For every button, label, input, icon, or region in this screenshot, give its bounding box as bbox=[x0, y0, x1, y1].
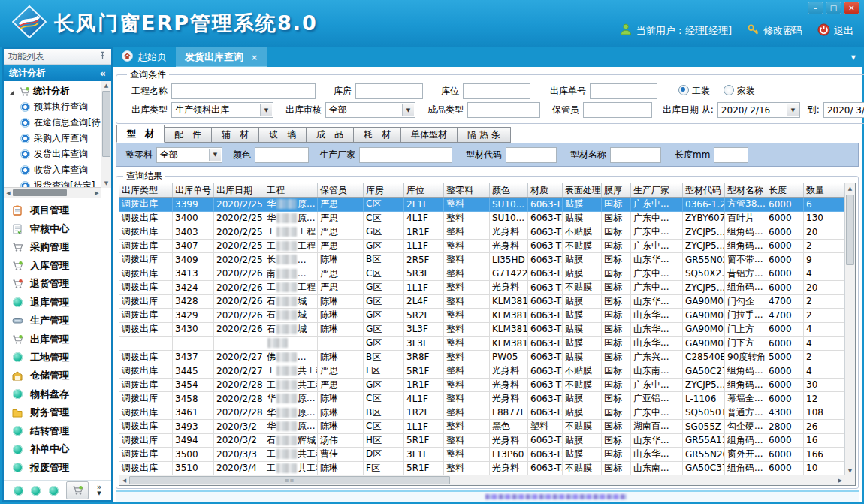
material-tab[interactable]: 隔 热 条 bbox=[458, 127, 511, 143]
table-row[interactable]: 调拨出库35102020/3/4工共工程陈琳F区5R1F整料光身料6063-T5… bbox=[119, 462, 845, 476]
sidebar-item[interactable]: 项目管理 bbox=[11, 203, 108, 218]
tree-vertical-scrollbar[interactable]: ▲ ▼ bbox=[101, 81, 111, 188]
sidebar-item[interactable]: 财务管理 bbox=[11, 405, 108, 420]
tree-item[interactable]: 采购入库查询 bbox=[8, 131, 101, 146]
tree-root[interactable]: 统计分析 bbox=[8, 83, 101, 99]
module-dot-icon[interactable] bbox=[49, 486, 59, 496]
sidebar-item[interactable]: 退货管理 bbox=[11, 276, 108, 291]
column-header-film[interactable]: 膜厚 bbox=[602, 183, 631, 197]
close-button[interactable]: ✕ bbox=[844, 2, 859, 14]
radio-jiazhuang[interactable] bbox=[724, 85, 734, 95]
statistics-section-header[interactable]: 统计分析 « bbox=[4, 65, 111, 81]
table-row[interactable]: 调拨出库34072020/2/25工工程严思G区1L1F整料光身料6063-T5… bbox=[119, 240, 845, 254]
table-row[interactable]: 调拨出库34612020/2/28华原...陈琳B区1R2F整料F8877FT6… bbox=[119, 406, 845, 421]
column-header-maker[interactable]: 生产厂家 bbox=[631, 183, 683, 197]
sidebar-item[interactable]: 补单中心 bbox=[11, 442, 108, 457]
column-header-color[interactable]: 颜色 bbox=[490, 183, 528, 197]
column-header-qty[interactable]: 数量 bbox=[804, 183, 845, 197]
more-modules-button[interactable]: »▼ bbox=[97, 484, 102, 496]
project-name-input[interactable] bbox=[171, 83, 316, 99]
vertical-scroll-thumb[interactable] bbox=[846, 195, 854, 265]
location-input[interactable] bbox=[463, 83, 530, 99]
tree-item[interactable]: 收货入库查询 bbox=[8, 162, 101, 178]
table-row[interactable]: 调拨出库34282020/2/26石城陈琳G区2L4F整料KLM38176063… bbox=[119, 295, 845, 309]
sidebar-item[interactable]: 出库管理 bbox=[11, 332, 108, 347]
out-type-select[interactable]: 生产领料出库▼ bbox=[171, 102, 273, 118]
material-tab[interactable]: 玻 璃 bbox=[259, 127, 307, 143]
scroll-down-icon[interactable]: ▼ bbox=[845, 466, 855, 475]
table-row[interactable]: 调拨出库34092020/2/25长...陈琳B区2R5F整料LI35HD606… bbox=[119, 253, 845, 267]
date-from-select[interactable]: 2020/ 2/16▼ bbox=[717, 102, 800, 118]
column-header-code[interactable]: 型材代码 bbox=[683, 183, 725, 197]
product-type-input[interactable] bbox=[467, 102, 540, 118]
tab-list-dropdown-icon[interactable]: ▼ bbox=[851, 54, 856, 61]
material-tab[interactable]: 单体型材 bbox=[401, 127, 458, 143]
material-tab[interactable]: 耗 材 bbox=[354, 127, 401, 143]
table-row[interactable]: 调拨出库34542020/2/28工共工程严思G区1R1F整料光身料6063-T… bbox=[119, 379, 845, 393]
table-row[interactable]: 调拨出库34932020/3/2华原...陈琳C区1L1F整料黑色塑料不贴膜国标… bbox=[119, 420, 845, 434]
column-header-name[interactable]: 型材名称 bbox=[725, 183, 766, 197]
radio-gongzhuang[interactable] bbox=[678, 85, 689, 95]
column-header-keeper[interactable]: 保管员 bbox=[318, 183, 364, 197]
length-input[interactable] bbox=[714, 147, 748, 163]
table-row[interactable]: 调拨出库34302020/2/26石城陈琳G区3L3F整料KLM38176063… bbox=[119, 323, 845, 337]
profile-name-input[interactable] bbox=[610, 147, 661, 163]
maximize-button[interactable]: □ bbox=[826, 2, 841, 14]
table-row[interactable]: 调拨出库34292020/2/26石城陈琳G区5R2F整料KLM38176063… bbox=[119, 309, 845, 323]
tab-shipping-outbound-query[interactable]: 发货出库查询 × bbox=[176, 47, 267, 67]
column-header-proj[interactable]: 工程 bbox=[264, 183, 318, 197]
grid-horizontal-scrollbar[interactable]: ◀ ≡≡ ▶ bbox=[119, 475, 845, 485]
column-header-whole[interactable]: 整零料 bbox=[444, 183, 490, 197]
scroll-left-icon[interactable]: ◀ bbox=[119, 478, 129, 484]
table-row[interactable]: 调拨出库34452020/2/27工共工程严思F区5R1F整料光身料6063-T… bbox=[119, 364, 845, 379]
scroll-right-icon[interactable]: ▶ bbox=[92, 190, 101, 196]
material-tab[interactable]: 成 品 bbox=[307, 127, 354, 143]
table-row[interactable]: 调拨出库34242020/2/26工工程严思G区1L1F整料光身料6063-T5… bbox=[119, 281, 845, 295]
sidebar-item[interactable]: 结转管理 bbox=[11, 424, 108, 439]
whole-piece-select[interactable]: 全部▼ bbox=[156, 147, 222, 163]
audit-select[interactable]: 全部▼ bbox=[325, 102, 415, 118]
column-header-type[interactable]: 出库类型 bbox=[119, 183, 173, 197]
table-row[interactable]: 调拨出库34372020/2/27佛...陈琳B区3R8F整料PW056063-… bbox=[119, 351, 845, 365]
pin-icon[interactable] bbox=[98, 51, 107, 62]
table-row[interactable]: 调拨出库34582020/2/28华原...陈琳C区4L1F整料光身料6063-… bbox=[119, 392, 845, 406]
sidebar-item[interactable]: 生产管理 bbox=[11, 313, 108, 328]
profile-code-input[interactable] bbox=[506, 147, 557, 163]
change-password[interactable]: 修改密码 bbox=[747, 23, 802, 38]
table-row[interactable]: G区3L3F整料KLM38176063-T5贴膜国标山东华...GA90M09.… bbox=[119, 337, 845, 351]
expander-icon[interactable] bbox=[8, 88, 15, 95]
scroll-down-icon[interactable]: ▼ bbox=[101, 179, 111, 188]
scroll-left-icon[interactable]: ◀ bbox=[4, 190, 13, 196]
logout[interactable]: 退出 bbox=[817, 23, 853, 38]
column-header-surf[interactable]: 表面处理 bbox=[563, 183, 602, 197]
sidebar-item[interactable]: 物料盘存 bbox=[11, 387, 108, 402]
material-tab[interactable]: 辅 材 bbox=[212, 127, 259, 143]
color-input[interactable] bbox=[255, 147, 309, 163]
table-row[interactable]: 调拨出库34032020/2/25工工程严思G区1R1F整料光身料6063-T5… bbox=[119, 225, 845, 240]
warehouse-input[interactable] bbox=[355, 83, 423, 99]
scroll-up-icon[interactable]: ▲ bbox=[845, 183, 855, 193]
module-dot-icon[interactable] bbox=[14, 486, 23, 496]
order-no-input[interactable] bbox=[590, 83, 657, 99]
collapse-icon[interactable]: « bbox=[100, 68, 106, 79]
column-header-wh[interactable]: 库房 bbox=[364, 183, 404, 197]
sidebar-item[interactable]: 审核中心 bbox=[11, 222, 108, 237]
module-dot-icon[interactable] bbox=[31, 486, 41, 496]
sidebar-item[interactable]: 采购管理 bbox=[11, 240, 108, 255]
sidebar-item[interactable]: 仓储管理 bbox=[11, 368, 108, 383]
sidebar-item[interactable]: 退库管理 bbox=[11, 295, 108, 310]
maker-input[interactable] bbox=[359, 147, 452, 163]
table-row[interactable]: 调拨出库33992020/2/25华原...严思C区2L1F整料SU10...6… bbox=[119, 198, 845, 212]
cart-module-button[interactable] bbox=[66, 481, 89, 499]
scroll-right-icon[interactable]: ▶ bbox=[835, 478, 845, 484]
table-row[interactable]: 调拨出库34132020/2/26南...严思C区5R3F整料G71422606… bbox=[119, 267, 845, 282]
tree-item[interactable]: 在途信息查询[待 bbox=[8, 115, 101, 131]
tab-close-icon[interactable]: × bbox=[251, 53, 258, 62]
tree-horizontal-scrollbar[interactable]: ◀ ▶ bbox=[4, 187, 101, 198]
sidebar-item[interactable]: 入库管理 bbox=[11, 258, 108, 273]
table-row[interactable]: 调拨出库34942020/3/2石辉城汤伟H区5R1F整料光身料6063-T5贴… bbox=[119, 434, 845, 448]
column-header-mat[interactable]: 材质 bbox=[528, 183, 563, 197]
column-header-loc[interactable]: 库位 bbox=[404, 183, 444, 197]
minimize-button[interactable]: – bbox=[808, 2, 823, 14]
tree-item[interactable]: 预算执行查询 bbox=[8, 99, 101, 115]
